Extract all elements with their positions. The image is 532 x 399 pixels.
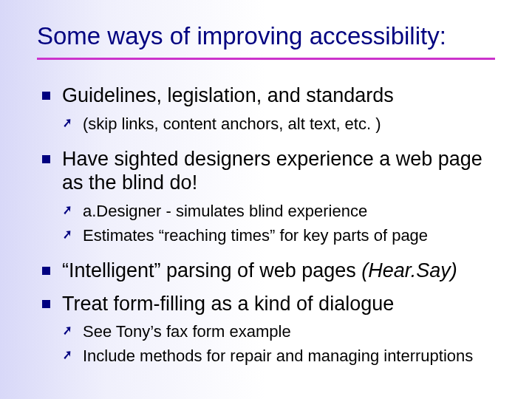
bullet-text: Treat form-filling as a kind of dialogue bbox=[62, 292, 505, 316]
bullet-item: Have sighted designers experience a web … bbox=[37, 147, 505, 247]
bullet-list: Guidelines, legislation, and standards➚(… bbox=[37, 83, 505, 367]
arrow-icon: ➚ bbox=[63, 226, 72, 242]
title-underline bbox=[37, 58, 495, 60]
bullet-text: “Intelligent” parsing of web pages (Hear… bbox=[62, 259, 505, 283]
sub-bullet-text: See Tony’s fax form example bbox=[83, 322, 291, 341]
sub-bullet-list: ➚a.Designer - simulates blind experience… bbox=[62, 201, 505, 246]
arrow-icon: ➚ bbox=[63, 115, 72, 130]
bullet-text-part: “Intelligent” parsing of web pages bbox=[62, 259, 361, 282]
bullet-text: Guidelines, legislation, and standards bbox=[62, 83, 505, 108]
slide-title: Some ways of improving accessibility: bbox=[37, 22, 505, 50]
bullet-text-part: Guidelines, legislation, and standards bbox=[62, 84, 394, 106]
sub-bullet-item: ➚Include methods for repair and managing… bbox=[62, 346, 505, 367]
sub-bullet-list: ➚(skip links, content anchors, alt text,… bbox=[62, 114, 505, 135]
bullet-item: Treat form-filling as a kind of dialogue… bbox=[37, 292, 505, 367]
bullet-item: “Intelligent” parsing of web pages (Hear… bbox=[37, 259, 505, 283]
sub-bullet-text: Estimates “reaching times” for key parts… bbox=[83, 226, 428, 245]
sub-bullet-text: a.Designer - simulates blind experience bbox=[83, 202, 367, 220]
arrow-icon: ➚ bbox=[63, 347, 72, 362]
sub-bullet-item: ➚Estimates “reaching times” for key part… bbox=[62, 225, 505, 247]
bullet-item: Guidelines, legislation, and standards➚(… bbox=[37, 83, 505, 135]
sub-bullet-item: ➚(skip links, content anchors, alt text,… bbox=[62, 114, 505, 135]
sub-bullet-text: Include methods for repair and managing … bbox=[83, 347, 473, 365]
sub-bullet-item: ➚See Tony’s fax form example bbox=[62, 321, 505, 343]
arrow-icon: ➚ bbox=[63, 323, 72, 338]
slide: Some ways of improving accessibility: Gu… bbox=[0, 0, 532, 399]
bullet-text: Have sighted designers experience a web … bbox=[62, 147, 505, 196]
arrow-icon: ➚ bbox=[63, 202, 72, 217]
sub-bullet-list: ➚See Tony’s fax form example➚Include met… bbox=[62, 321, 505, 366]
bullet-text-part: Treat form-filling as a kind of dialogue bbox=[62, 293, 394, 315]
bullet-text-part: Have sighted designers experience a web … bbox=[62, 148, 482, 194]
sub-bullet-item: ➚a.Designer - simulates blind experience bbox=[62, 201, 505, 222]
sub-bullet-text: (skip links, content anchors, alt text, … bbox=[83, 115, 381, 133]
bullet-text-part: (Hear.Say) bbox=[361, 259, 457, 282]
